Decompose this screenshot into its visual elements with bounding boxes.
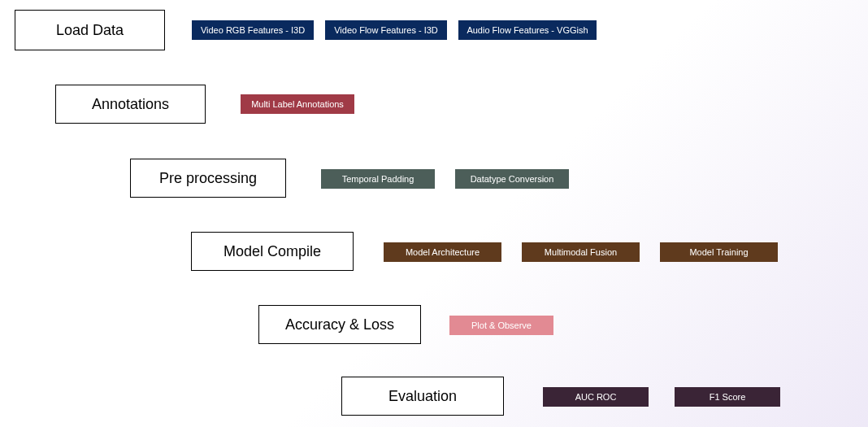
chip-label: Model Training	[689, 247, 748, 257]
stage-label: Load Data	[56, 22, 124, 39]
chip-label: Multimodal Fusion	[545, 247, 617, 257]
stage-label: Accuracy & Loss	[285, 316, 394, 333]
chip-plot-observe: Plot & Observe	[449, 316, 553, 335]
chip-label: Model Architecture	[406, 247, 480, 257]
chip-label: Plot & Observe	[471, 320, 532, 330]
chip-audio-flow-features: Audio Flow Features - VGGish	[458, 20, 597, 40]
chip-label: AUC ROC	[575, 392, 617, 402]
stage-label: Model Compile	[224, 243, 321, 260]
chip-label: Datatype Conversion	[471, 174, 554, 184]
stage-model-compile: Model Compile	[191, 232, 354, 271]
chip-datatype-conversion: Datatype Conversion	[455, 169, 569, 189]
stage-label: Pre processing	[159, 170, 257, 187]
chip-label: Temporal Padding	[342, 174, 414, 184]
stage-label: Annotations	[92, 96, 169, 113]
stage-annotations: Annotations	[55, 85, 206, 124]
chip-multimodal-fusion: Multimodal Fusion	[522, 242, 640, 262]
chip-label: Video RGB Features - I3D	[201, 25, 305, 35]
chip-auc-roc: AUC ROC	[543, 387, 649, 407]
chip-temporal-padding: Temporal Padding	[321, 169, 435, 189]
chip-f1-score: F1 Score	[675, 387, 780, 407]
stage-label: Evaluation	[388, 388, 457, 405]
stage-accuracy-loss: Accuracy & Loss	[258, 305, 421, 344]
stage-evaluation: Evaluation	[341, 377, 504, 416]
stage-load-data: Load Data	[15, 10, 165, 50]
chip-model-architecture: Model Architecture	[384, 242, 501, 262]
chip-label: Video Flow Features - I3D	[334, 25, 438, 35]
chip-label: Multi Label Annotations	[251, 99, 344, 109]
chip-video-flow-features: Video Flow Features - I3D	[325, 20, 447, 40]
chip-label: Audio Flow Features - VGGish	[467, 25, 588, 35]
chip-label: F1 Score	[710, 392, 746, 402]
stage-preprocessing: Pre processing	[130, 159, 286, 198]
chip-multi-label-annotations: Multi Label Annotations	[241, 94, 354, 114]
chip-model-training: Model Training	[660, 242, 778, 262]
chip-video-rgb-features: Video RGB Features - I3D	[192, 20, 314, 40]
